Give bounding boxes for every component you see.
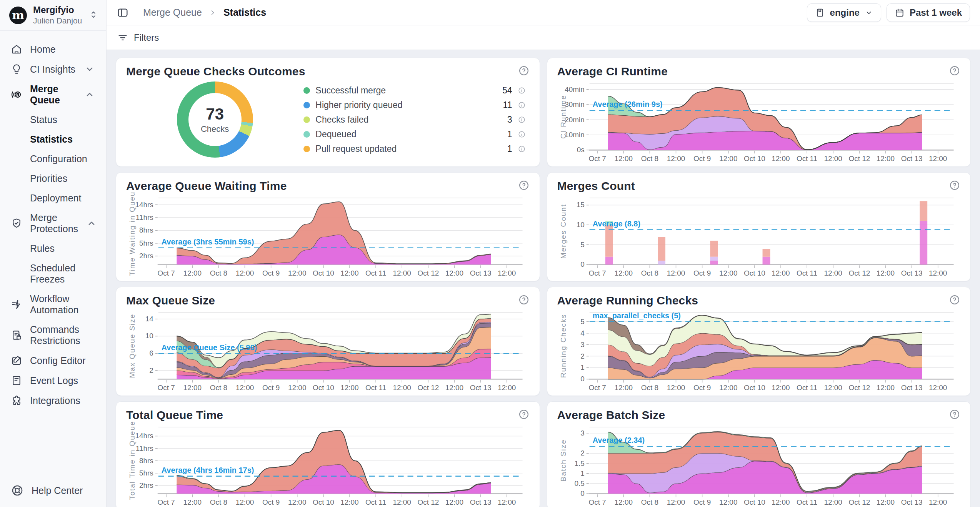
pie-body: 73 Checks Successful merge 54 Higher pri… — [126, 78, 530, 161]
donut-total-label: Checks — [201, 124, 229, 134]
info-icon[interactable] — [518, 145, 526, 153]
help-question-icon[interactable] — [518, 294, 530, 307]
svg-text:Oct 9: Oct 9 — [693, 498, 711, 506]
main-column: Merge Queue Statistics engine Past 1 wee… — [107, 0, 980, 507]
info-icon[interactable] — [518, 116, 526, 124]
help-question-icon[interactable] — [949, 409, 960, 422]
sidebar-item-configuration[interactable]: Configuration — [5, 149, 101, 169]
sidebar-item-label: Configuration — [30, 153, 87, 164]
svg-text:40min: 40min — [565, 85, 585, 93]
breadcrumb-chevron-icon — [209, 9, 217, 17]
svg-text:Oct 7: Oct 7 — [158, 384, 175, 392]
svg-text:0.5: 0.5 — [574, 479, 584, 487]
svg-text:Oct 13: Oct 13 — [901, 269, 922, 277]
lifebuoy-icon — [11, 484, 24, 497]
sidebar-toggle-icon[interactable] — [117, 7, 129, 19]
svg-text:Average Queue Size (5.96): Average Queue Size (5.96) — [162, 343, 257, 352]
sidebar-item-config-editor[interactable]: Config Editor — [5, 351, 101, 371]
card-title: Average Queue Waiting Time — [126, 180, 287, 193]
sidebar-item-statistics[interactable]: Statistics — [5, 130, 101, 149]
org-switcher-icon[interactable] — [88, 10, 98, 21]
sidebar-item-label: Workflow Automation — [30, 293, 95, 316]
help-question-icon[interactable] — [949, 65, 960, 78]
help-center-link[interactable]: Help Center — [0, 474, 106, 507]
repository-selector[interactable]: engine — [807, 3, 881, 22]
pie-legend: Successful merge 54 Higher priority queu… — [303, 85, 529, 154]
card-title: Total Queue Time — [126, 409, 223, 422]
donut-chart[interactable]: 73 Checks — [177, 81, 253, 158]
sidebar-item-status[interactable]: Status — [5, 110, 101, 130]
average-ci-runtime-chart[interactable]: 0s10min20min30min40minOct 712:00Oct 812:… — [557, 78, 961, 164]
svg-text:5: 5 — [580, 241, 585, 249]
svg-text:14: 14 — [145, 315, 153, 323]
sidebar-item-deployment[interactable]: Deployment — [5, 188, 101, 208]
svg-text:8hrs: 8hrs — [139, 226, 153, 234]
svg-text:Average (2.34): Average (2.34) — [592, 436, 644, 444]
card-head: Merges Count — [557, 180, 961, 193]
sidebar-item-integrations[interactable]: Integrations — [5, 391, 101, 411]
sidebar-item-commands-restrictions[interactable]: Commands Restrictions — [5, 320, 101, 351]
legend-label: Checks failed — [315, 115, 368, 125]
svg-text:Oct 7: Oct 7 — [158, 498, 175, 506]
sidebar-item-label: Merge Protections — [30, 212, 78, 234]
chevron-down-icon — [865, 8, 873, 17]
average-running-checks-chart[interactable]: 012345Oct 712:00Oct 812:00Oct 912:00Oct … — [557, 307, 961, 393]
total-queue-time-chart[interactable]: 2hrs5hrs8hrs11hrs14hrsOct 712:00Oct 812:… — [126, 422, 530, 507]
merges-count-chart[interactable]: 051015Oct 712:00Oct 812:00Oct 912:00Oct … — [557, 193, 961, 278]
sidebar-item-rules[interactable]: Rules — [5, 239, 101, 258]
svg-text:12:00: 12:00 — [614, 384, 632, 392]
svg-text:Running Checks: Running Checks — [559, 314, 567, 378]
help-question-icon[interactable] — [518, 409, 530, 422]
date-range-button[interactable]: Past 1 week — [887, 3, 970, 22]
legend-label: Successful merge — [315, 85, 386, 96]
average-queue-waiting-time-chart[interactable]: 2hrs5hrs8hrs11hrs14hrsOct 712:00Oct 812:… — [126, 193, 530, 278]
svg-text:Oct 11: Oct 11 — [796, 498, 817, 506]
svg-text:Average (26min 9s): Average (26min 9s) — [592, 100, 662, 108]
sidebar-item-scheduled-freezes[interactable]: Scheduled Freezes — [5, 258, 101, 289]
sidebar-item-merge-queue[interactable]: Merge Queue — [5, 79, 101, 110]
svg-text:2hrs: 2hrs — [139, 252, 153, 260]
svg-text:12:00: 12:00 — [719, 269, 737, 277]
legend-row[interactable]: Checks failed 3 — [303, 115, 525, 125]
org-name: Mergifyio — [33, 5, 82, 16]
legend-value: 11 — [503, 100, 512, 110]
legend-row[interactable]: Pull request updated 1 — [303, 144, 525, 154]
help-question-icon[interactable] — [518, 65, 530, 78]
average-batch-size-chart[interactable]: 00.511.523Oct 712:00Oct 812:00Oct 912:00… — [557, 422, 961, 507]
svg-text:Total Time in Queue: Total Time in Queue — [128, 422, 136, 500]
svg-text:Batch Size: Batch Size — [559, 439, 567, 481]
info-icon[interactable] — [518, 86, 526, 95]
svg-text:12:00: 12:00 — [183, 498, 202, 506]
help-question-icon[interactable] — [518, 180, 530, 193]
svg-text:5hrs: 5hrs — [139, 239, 153, 247]
svg-text:12:00: 12:00 — [288, 498, 306, 506]
sidebar-item-ci-insights[interactable]: CI Insights — [5, 59, 101, 79]
org-switcher[interactable]: m Mergifyio Julien Danjou — [0, 0, 106, 31]
queue-icon — [11, 89, 22, 100]
help-question-icon[interactable] — [949, 180, 960, 193]
sidebar-item-home[interactable]: Home — [5, 39, 101, 59]
sidebar-item-priorities[interactable]: Priorities — [5, 169, 101, 188]
sidebar-item-event-logs[interactable]: Event Logs — [5, 371, 101, 391]
sidebar-item-merge-protections[interactable]: Merge Protections — [5, 208, 101, 239]
help-question-icon[interactable] — [949, 294, 960, 307]
header-actions: engine Past 1 week — [807, 3, 970, 22]
legend-dot — [303, 116, 310, 123]
shield-icon — [11, 218, 22, 229]
max-queue-size-chart[interactable]: 261014Oct 712:00Oct 812:00Oct 912:00Oct … — [126, 307, 530, 393]
sidebar-item-workflow-automation[interactable]: Workflow Automation — [5, 289, 101, 320]
sidebar: m Mergifyio Julien Danjou HomeCI Insight… — [0, 0, 107, 507]
sidebar-item-label: Home — [30, 44, 56, 55]
svg-text:12:00: 12:00 — [445, 384, 463, 392]
svg-text:Oct 10: Oct 10 — [313, 384, 334, 392]
info-icon[interactable] — [518, 101, 526, 109]
info-icon[interactable] — [518, 130, 526, 138]
legend-row[interactable]: Higher priority queued 11 — [303, 100, 525, 110]
legend-dot — [303, 146, 310, 152]
svg-text:12:00: 12:00 — [876, 384, 894, 392]
filters-button[interactable]: Filters — [117, 32, 159, 43]
legend-row[interactable]: Dequeued 1 — [303, 129, 525, 140]
breadcrumb-parent[interactable]: Merge Queue — [143, 7, 202, 18]
sidebar-item-label: Scheduled Freezes — [30, 263, 75, 284]
legend-row[interactable]: Successful merge 54 — [303, 85, 525, 96]
